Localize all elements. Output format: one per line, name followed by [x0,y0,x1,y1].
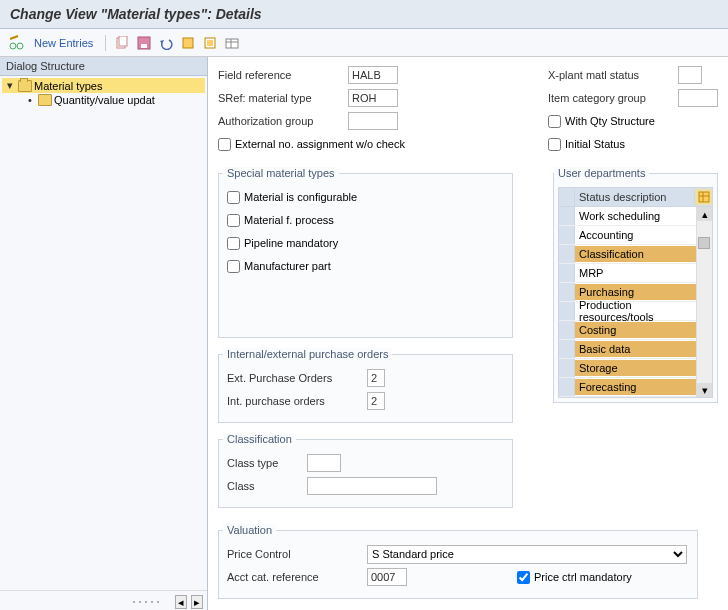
ud-row[interactable]: MRP [559,264,712,283]
dialog-structure-panel: Dialog Structure ▾ Material types • Quan… [0,57,208,610]
folder-icon [38,94,52,106]
select-icon[interactable] [180,35,196,51]
manufacturer-checkbox[interactable] [227,260,240,273]
ud-scrollbar[interactable]: ▴ ▾ [696,207,712,397]
save-icon[interactable] [136,35,152,51]
svg-rect-9 [226,39,238,48]
ud-row[interactable]: Basic data [559,340,712,359]
configurable-label: Material is configurable [244,191,357,203]
ud-row-selector[interactable] [559,378,575,396]
ud-select-all[interactable] [559,188,575,206]
tree-collapse-icon[interactable]: ▾ [4,79,16,92]
xplant-input[interactable] [678,66,702,84]
ud-row-selector[interactable] [559,302,575,320]
with-qty-checkbox[interactable] [548,115,561,128]
tree-nav-bar: ◂ ▸ [0,590,207,610]
tree-bullet: • [24,94,36,106]
ud-column-header[interactable]: Status description [575,189,694,205]
ud-row-selector[interactable] [559,321,575,339]
new-entries-button[interactable]: New Entries [30,37,97,49]
tree-header: Dialog Structure [0,57,207,76]
special-material-types-group: Special material types Material is confi… [218,167,513,338]
nav-right-icon[interactable]: ▸ [191,595,203,609]
where-used-icon[interactable] [202,35,218,51]
nav-left-icon[interactable]: ◂ [175,595,187,609]
sref-label: SRef: material type [218,92,348,104]
scroll-thumb[interactable] [698,237,710,249]
ud-row-label: Production resources/tools [575,297,696,325]
folder-open-icon [18,80,32,92]
int-po-input[interactable] [367,392,385,410]
svg-rect-5 [141,44,147,48]
purchase-orders-group: Internal/external purchase orders Ext. P… [218,348,513,423]
copy-icon[interactable] [114,35,130,51]
ud-row[interactable]: Work scheduling [559,207,712,226]
price-control-select[interactable]: S Standard price [367,545,687,564]
auth-group-input[interactable] [348,112,398,130]
class-type-input[interactable] [307,454,341,472]
auth-group-label: Authorization group [218,115,348,127]
ud-row-selector[interactable] [559,264,575,282]
ud-legend: User departments [554,167,649,179]
tree-node-quantity-value[interactable]: • Quantity/value updat [2,93,205,107]
user-departments-group: User departments Status description Work… [553,167,718,403]
ud-row[interactable]: Classification [559,245,712,264]
acct-cat-input[interactable] [367,568,407,586]
pipeline-checkbox[interactable] [227,237,240,250]
field-reference-label: Field reference [218,69,348,81]
ud-row-label: Basic data [575,341,696,357]
field-reference-input[interactable] [348,66,398,84]
cls-legend: Classification [223,433,296,445]
undo-icon[interactable] [158,35,174,51]
itemcat-label: Item category group [548,92,678,104]
ud-row-label: Forecasting [575,379,696,395]
ud-row-selector[interactable] [559,359,575,377]
ud-row-selector[interactable] [559,226,575,244]
price-control-label: Price Control [227,548,367,560]
class-input[interactable] [307,477,437,495]
configurable-checkbox[interactable] [227,191,240,204]
initial-status-checkbox[interactable] [548,138,561,151]
external-no-checkbox[interactable] [218,138,231,151]
svg-point-16 [157,601,159,603]
tree: ▾ Material types • Quantity/value updat [0,76,207,590]
svg-point-1 [17,43,23,49]
ud-row[interactable]: Production resources/tools [559,302,712,321]
details-panel: Field reference SRef: material type Auth… [208,57,728,610]
pencil-eyeglasses-icon[interactable] [8,35,24,51]
sref-input[interactable] [348,89,398,107]
tree-node-material-types[interactable]: ▾ Material types [2,78,205,93]
ud-row-selector[interactable] [559,207,575,225]
ud-row[interactable]: Storage [559,359,712,378]
val-legend: Valuation [223,524,276,536]
svg-point-15 [151,601,153,603]
price-ctrl-mandatory-checkbox[interactable] [517,571,530,584]
ud-row[interactable]: Forecasting [559,378,712,397]
svg-rect-17 [699,192,709,202]
scroll-down-icon[interactable]: ▾ [697,383,712,397]
itemcat-input[interactable] [678,89,718,107]
ud-row-selector[interactable] [559,340,575,358]
ud-row-label: Classification [575,246,696,262]
process-checkbox[interactable] [227,214,240,227]
pipeline-label: Pipeline mandatory [244,237,338,249]
table-config-icon[interactable] [694,189,712,205]
price-ctrl-mandatory-label: Price ctrl mandatory [534,571,632,583]
ud-row-selector[interactable] [559,245,575,263]
ud-row-selector[interactable] [559,283,575,301]
ud-row[interactable]: Accounting [559,226,712,245]
ud-list: Work schedulingAccountingClassificationM… [559,207,712,397]
window-title: Change View "Material types": Details [0,0,728,29]
table-settings-icon[interactable] [224,35,240,51]
tree-node-label: Quantity/value updat [54,94,155,106]
ud-row[interactable]: Costing [559,321,712,340]
ext-po-input[interactable] [367,369,385,387]
svg-rect-8 [207,40,213,46]
xplant-label: X-plant matl status [548,69,678,81]
ud-row-label: MRP [575,265,696,281]
int-po-label: Int. purchase orders [227,395,367,407]
tree-node-label: Material types [34,80,102,92]
svg-rect-6 [183,38,193,48]
scroll-up-icon[interactable]: ▴ [697,207,712,221]
classification-group: Classification Class type Class [218,433,513,508]
